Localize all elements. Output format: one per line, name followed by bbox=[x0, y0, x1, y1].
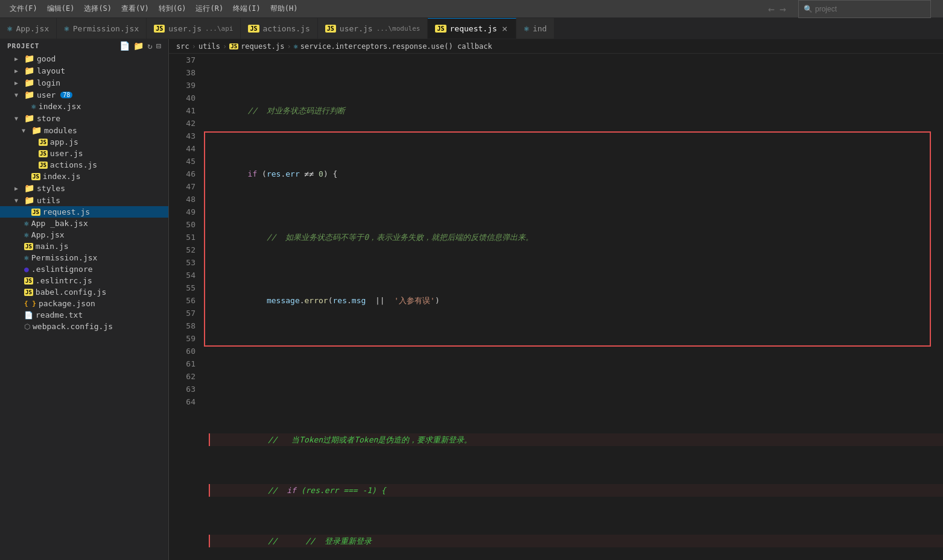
item-label: user.js bbox=[50, 149, 83, 158]
eslint-icon: ● bbox=[24, 265, 29, 274]
search-box[interactable]: 🔍 bbox=[798, 0, 931, 18]
react-icon: ⚛ bbox=[64, 24, 69, 33]
code-text: // 如果业务状态码不等于0，表示业务失败，就把后端的反馈信息弹出来。 bbox=[210, 231, 533, 244]
line-num-55: 55 bbox=[181, 282, 195, 294]
arrow-icon: ▶ bbox=[14, 185, 22, 192]
tab-app-jsx[interactable]: ⚛ App.jsx bbox=[0, 18, 57, 39]
sidebar-item-babel-config[interactable]: ▶ JS babel.config.js bbox=[0, 286, 168, 298]
js-file-icon: JS bbox=[39, 150, 48, 157]
tab-request-js[interactable]: JS request.js × bbox=[428, 18, 516, 39]
menu-run[interactable]: 运行(R) bbox=[191, 2, 228, 15]
folder-icon: 📁 bbox=[24, 78, 34, 87]
code-editor[interactable]: 37 38 39 40 41 42 43 44 45 46 47 48 49 5… bbox=[169, 54, 943, 560]
sidebar-item-user-js-store[interactable]: ▶ JS user.js bbox=[0, 148, 168, 159]
sidebar-item-package-json[interactable]: ▶ { } package.json bbox=[0, 298, 168, 309]
sidebar-item-utils[interactable]: ▼ 📁 utils bbox=[0, 194, 168, 206]
sidebar-item-webpack-config[interactable]: ▶ ⬡ webpack.config.js bbox=[0, 321, 168, 332]
sidebar-item-main-js[interactable]: ▶ JS main.js bbox=[0, 241, 168, 252]
js-file-icon: JS bbox=[24, 243, 33, 250]
breadcrumb-context: service.interceptors.response.use() call… bbox=[300, 42, 492, 51]
breadcrumb-sep-3: › bbox=[287, 42, 291, 51]
sidebar-item-request-js[interactable]: ▶ JS request.js bbox=[0, 206, 168, 218]
sidebar-item-good[interactable]: ▶ 📁 good bbox=[0, 52, 168, 64]
code-dot: . bbox=[281, 168, 285, 180]
sidebar-item-permission-jsx[interactable]: ▶ ⚛ Permission.jsx bbox=[0, 252, 168, 263]
sidebar-header: PROJECT 📄 📁 ↻ ⊟ bbox=[0, 39, 168, 52]
code-op: ≠ bbox=[300, 168, 310, 180]
breadcrumb: src › utils › JS request.js › ⚛ service.… bbox=[169, 39, 943, 54]
code-text: ( bbox=[257, 168, 267, 180]
sidebar-item-user[interactable]: ▼ 📁 user 78 bbox=[0, 89, 168, 101]
keyword-if: if bbox=[210, 168, 257, 180]
code-msg: msg bbox=[352, 294, 366, 307]
tab-ind[interactable]: ⚛ ind bbox=[516, 18, 554, 39]
menu-file[interactable]: 文件(F) bbox=[5, 2, 42, 15]
js-icon: JS bbox=[325, 25, 336, 33]
line-num-56: 56 bbox=[181, 294, 195, 307]
menu-terminal[interactable]: 终端(I) bbox=[228, 2, 265, 15]
code-line-42: // 当Token过期或者Token是伪造的，要求重新登录。 bbox=[209, 433, 943, 446]
menu-edit[interactable]: 编辑(E) bbox=[42, 2, 80, 15]
collapse-icon[interactable]: ⊟ bbox=[156, 41, 161, 51]
sidebar-item-styles[interactable]: ▶ 📁 styles bbox=[0, 182, 168, 194]
menu-select[interactable]: 选择(S) bbox=[79, 2, 116, 15]
tab-close-button[interactable]: × bbox=[501, 24, 509, 34]
sidebar-item-actions-js[interactable]: ▶ JS actions.js bbox=[0, 159, 168, 171]
folder-icon: 📁 bbox=[24, 66, 34, 75]
sidebar-item-eslintignore[interactable]: ▶ ● .eslintignore bbox=[0, 263, 168, 275]
tab-permission-jsx[interactable]: ⚛ Permission.jsx bbox=[57, 18, 147, 39]
item-label: actions.js bbox=[50, 160, 97, 169]
code-res: res bbox=[267, 168, 281, 180]
breadcrumb-utils: utils bbox=[198, 42, 220, 51]
forward-arrow[interactable]: → bbox=[779, 2, 786, 15]
sidebar-item-store[interactable]: ▼ 📁 store bbox=[0, 112, 168, 124]
tab-actions-js[interactable]: JS actions.js bbox=[241, 18, 317, 39]
code-dot: . bbox=[300, 294, 305, 307]
line-num-62: 62 bbox=[181, 370, 195, 383]
menu-view[interactable]: 查看(V) bbox=[116, 2, 154, 15]
js-icon: JS bbox=[248, 25, 259, 33]
sidebar-item-login[interactable]: ▶ 📁 login bbox=[0, 77, 168, 89]
item-label: styles bbox=[37, 184, 65, 193]
refresh-icon[interactable]: ↻ bbox=[147, 41, 152, 51]
notification-badge: 78 bbox=[60, 92, 72, 98]
tab-user-modules[interactable]: JS user.js ...\modules bbox=[318, 18, 428, 39]
sidebar-item-readme[interactable]: ▶ 📄 readme.txt bbox=[0, 309, 168, 321]
arrow-icon: ▶ bbox=[14, 55, 22, 62]
sidebar-item-app-jsx-root[interactable]: ▶ ⚛ App.jsx bbox=[0, 229, 168, 241]
sidebar-item-app-js[interactable]: ▶ JS app.js bbox=[0, 136, 168, 148]
line-num-64: 64 bbox=[181, 395, 195, 408]
sidebar-item-modules[interactable]: ▼ 📁 modules bbox=[0, 124, 168, 136]
line-num-44: 44 bbox=[181, 142, 195, 155]
arrow-icon: ▶ bbox=[14, 68, 22, 74]
sidebar: PROJECT 📄 📁 ↻ ⊟ ▶ 📁 good ▶ 📁 layout ▶ 📁 … bbox=[0, 39, 169, 560]
code-or: || bbox=[366, 294, 394, 307]
menu-help[interactable]: 帮助(H) bbox=[265, 2, 303, 15]
folder-icon: 📁 bbox=[31, 125, 42, 135]
sidebar-item-user-index-jsx[interactable]: ▶ ⚛ index.jsx bbox=[0, 101, 168, 112]
new-file-icon[interactable]: 📄 bbox=[119, 41, 130, 51]
item-label: login bbox=[37, 78, 60, 87]
sidebar-item-layout[interactable]: ▶ 📁 layout bbox=[0, 64, 168, 77]
arrow-icon: ▼ bbox=[14, 197, 22, 204]
line-num-43: 43 bbox=[181, 130, 195, 142]
search-input[interactable] bbox=[815, 5, 900, 13]
menu-goto[interactable]: 转到(G) bbox=[154, 2, 191, 15]
react-file-icon: ⚛ bbox=[24, 219, 29, 228]
back-arrow[interactable]: ← bbox=[768, 2, 775, 15]
code-text: message bbox=[210, 294, 300, 307]
item-label: layout bbox=[37, 66, 65, 75]
breadcrumb-src: src bbox=[176, 42, 189, 51]
tab-label: user.js bbox=[168, 24, 202, 33]
code-str: '入参有误' bbox=[394, 294, 435, 307]
search-icon: 🔍 bbox=[804, 5, 813, 13]
sidebar-item-app-bak-jsx[interactable]: ▶ ⚛ App _bak.jsx bbox=[0, 218, 168, 229]
folder-icon: 📁 bbox=[24, 113, 34, 123]
item-label: good bbox=[37, 54, 56, 63]
code-line-43: // if (res.err === -1) { bbox=[209, 484, 943, 497]
sidebar-item-eslintrc-js[interactable]: ▶ JS .eslintrc.js bbox=[0, 275, 168, 286]
item-label: index.js bbox=[43, 172, 81, 181]
sidebar-item-index-js-store[interactable]: ▶ JS index.js bbox=[0, 171, 168, 182]
tab-user-api[interactable]: JS user.js ...\api bbox=[147, 18, 241, 39]
new-folder-icon[interactable]: 📁 bbox=[133, 41, 144, 51]
